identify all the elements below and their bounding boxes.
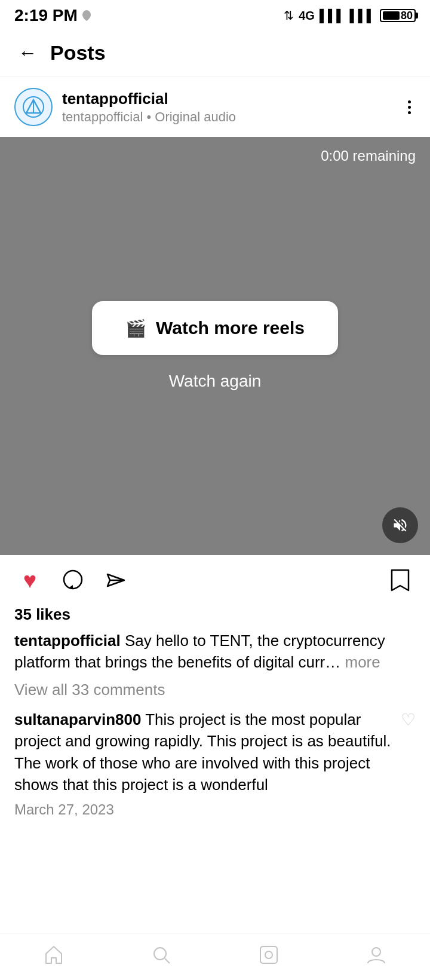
nav-profile[interactable]	[366, 944, 387, 966]
watch-again-label: Watch again	[169, 372, 262, 390]
view-comments-link[interactable]: View all 33 comments	[14, 681, 416, 699]
status-time: 2:19 PM	[14, 6, 92, 25]
like-button[interactable]: ♥	[17, 567, 43, 593]
page-title: Posts	[50, 41, 106, 65]
reels-icon: 🎬	[125, 318, 146, 338]
signal-bars2: ▌▌▌	[349, 9, 375, 23]
status-indicators: ⇅ 4G ▌▌▌ ▌▌▌ 80	[284, 8, 416, 23]
post-subtitle: tentappofficial • Original audio	[62, 109, 236, 125]
battery-level: 80	[401, 10, 413, 22]
likes-count: 35 likes	[14, 605, 416, 624]
more-options-button[interactable]	[403, 96, 416, 119]
time-display: 2:19 PM	[14, 6, 78, 25]
post-user-info: tentappofficial tentappofficial • Origin…	[14, 88, 236, 126]
video-player[interactable]: 0:00 remaining 🎬 Watch more reels Watch …	[0, 137, 430, 555]
leaf-icon	[81, 9, 92, 22]
network-type: 4G	[299, 9, 315, 23]
post-caption: tentappofficial Say hello to TENT, the c…	[14, 630, 416, 673]
actions-left: ♥	[17, 567, 129, 593]
save-button[interactable]	[387, 567, 413, 593]
time-remaining: 0:00 remaining	[321, 148, 416, 164]
back-button[interactable]: ←	[14, 39, 41, 66]
comment-icon	[61, 568, 85, 592]
svg-point-11	[372, 948, 380, 956]
watch-again-button[interactable]: Watch again	[169, 372, 262, 391]
profile-nav-icon	[366, 944, 387, 966]
battery-indicator: 80	[380, 9, 416, 22]
bookmark-icon	[389, 568, 411, 593]
nav-search[interactable]	[150, 944, 172, 966]
svg-point-10	[265, 951, 272, 958]
post-content: 35 likes tentappofficial Say hello to TE…	[0, 605, 430, 828]
post-username[interactable]: tentappofficial	[62, 90, 236, 108]
reels-nav-icon	[258, 944, 280, 966]
nav-reels[interactable]	[258, 944, 280, 966]
search-nav-icon	[150, 944, 172, 966]
home-icon	[43, 944, 64, 966]
share-button[interactable]	[103, 567, 129, 593]
more-link[interactable]: more	[340, 653, 380, 671]
comment-text: sultanaparvin800 This project is the mos…	[14, 709, 401, 796]
signal-bars: ▌▌▌	[320, 9, 345, 23]
nav-home[interactable]	[43, 944, 64, 966]
status-bar: 2:19 PM ⇅ 4G ▌▌▌ ▌▌▌ 80	[0, 0, 430, 29]
svg-line-8	[165, 958, 170, 963]
signal-arrows: ⇅	[284, 8, 294, 23]
mute-button[interactable]	[382, 507, 418, 543]
caption-username[interactable]: tentappofficial	[14, 632, 121, 650]
mute-icon	[392, 517, 408, 534]
avatar[interactable]	[14, 88, 53, 126]
avatar-logo	[23, 96, 44, 118]
dot1	[408, 100, 411, 103]
page-header: ← Posts	[0, 29, 430, 77]
heart-icon: ♥	[23, 568, 37, 593]
comment-row: sultanaparvin800 This project is the mos…	[14, 709, 416, 796]
svg-point-7	[154, 948, 166, 960]
watch-more-label: Watch more reels	[156, 318, 305, 338]
user-details: tentappofficial tentappofficial • Origin…	[62, 90, 236, 125]
svg-rect-9	[260, 947, 277, 963]
post-header: tentappofficial tentappofficial • Origin…	[0, 77, 430, 137]
share-icon	[104, 568, 128, 592]
commenter-username[interactable]: sultanaparvin800	[14, 710, 141, 728]
comment-button[interactable]	[60, 567, 86, 593]
back-arrow-icon: ←	[18, 42, 37, 64]
dot3	[408, 111, 411, 114]
post-actions: ♥	[0, 555, 430, 605]
bottom-navigation	[0, 933, 430, 980]
comment-date: March 27, 2023	[14, 801, 416, 818]
dot2	[408, 106, 411, 109]
comment-like-button[interactable]: ♡	[401, 710, 416, 730]
watch-more-reels-button[interactable]: 🎬 Watch more reels	[92, 301, 338, 355]
